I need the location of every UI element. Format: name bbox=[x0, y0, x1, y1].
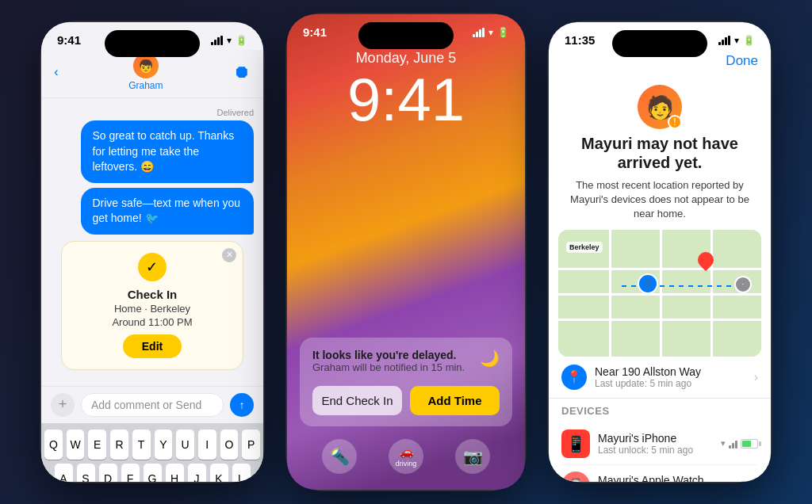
contact-info: 👦 Graham bbox=[128, 53, 163, 91]
status-time-3: 11:35 bbox=[565, 33, 595, 47]
dynamic-island-3 bbox=[612, 30, 707, 57]
flashlight-icon[interactable]: 🔦 bbox=[322, 439, 357, 474]
device1-battery: ▾ bbox=[721, 438, 758, 449]
key-l[interactable]: L bbox=[232, 464, 251, 482]
key-o[interactable]: O bbox=[220, 430, 239, 460]
wifi-icon-3: ▾ bbox=[734, 35, 739, 46]
back-button[interactable]: ‹ bbox=[54, 64, 59, 80]
add-time-button[interactable]: Add Time bbox=[410, 386, 500, 415]
status-time-2: 9:41 bbox=[303, 25, 327, 39]
phone-lockscreen: 9:41 ▾ 🔋 Monday, June 5 9:41 It looks li… bbox=[287, 14, 525, 490]
message-bubble-sent-1: So great to catch up. Thanks for letting… bbox=[81, 120, 254, 183]
phone-messages: 9:41 ▾ 🔋 ‹ 👦 Graham ⏺ Delive bbox=[41, 22, 263, 482]
status-icons-3: ▾ 🔋 bbox=[718, 35, 755, 46]
key-u[interactable]: U bbox=[176, 430, 194, 460]
key-p[interactable]: P bbox=[242, 430, 260, 460]
phone1-screen: 9:41 ▾ 🔋 ‹ 👦 Graham ⏺ Delive bbox=[41, 22, 263, 482]
key-g[interactable]: G bbox=[144, 464, 162, 482]
key-t[interactable]: T bbox=[132, 430, 151, 460]
notification-card: It looks like you're delayed. Graham wil… bbox=[300, 338, 512, 426]
phone2-screen: 9:41 ▾ 🔋 Monday, June 5 9:41 It looks li… bbox=[287, 14, 525, 490]
send-button[interactable]: ↑ bbox=[230, 393, 254, 417]
map-road bbox=[660, 230, 662, 357]
add-attachment-button[interactable]: + bbox=[51, 393, 75, 417]
key-s[interactable]: S bbox=[77, 464, 95, 482]
checkin-title: Check In bbox=[73, 288, 232, 301]
battery-indicator bbox=[741, 439, 758, 449]
checkin-close-button[interactable]: ✕ bbox=[222, 248, 236, 262]
key-w[interactable]: W bbox=[67, 430, 85, 460]
device2-info: Mayuri's Apple Watch Last update... bbox=[598, 474, 704, 482]
map-user-pin: 👤 bbox=[638, 273, 658, 294]
location-icon: 📍 bbox=[561, 365, 587, 390]
contact-name[interactable]: Graham bbox=[128, 80, 163, 91]
location-row[interactable]: 📍 Near 190 Allston Way Last update: 5 mi… bbox=[549, 357, 771, 399]
device1-info: Mayuri's iPhone Last unlock: 5 min ago bbox=[598, 432, 693, 456]
key-a[interactable]: A bbox=[55, 464, 73, 482]
status-time-1: 9:41 bbox=[57, 33, 81, 47]
signal-icon bbox=[211, 36, 223, 45]
location-text: Near 190 Allston Way Last update: 5 min … bbox=[595, 365, 701, 389]
key-q[interactable]: Q bbox=[44, 430, 63, 460]
checkin-location: Home · Berkeley bbox=[73, 303, 232, 315]
key-e[interactable]: E bbox=[88, 430, 106, 460]
message-input-row: + Add comment or Send ↑ bbox=[41, 386, 263, 423]
key-f[interactable]: F bbox=[121, 464, 140, 482]
edit-button[interactable]: Edit bbox=[123, 334, 182, 358]
keyboard-row-1: Q W E R T Y U I O P bbox=[44, 430, 260, 460]
device-row-watch: ⌚ Mayuri's Apple Watch Last update... bbox=[561, 465, 758, 482]
video-call-button[interactable]: ⏺ bbox=[233, 62, 251, 82]
status-icons-2: ▾ 🔋 bbox=[473, 27, 509, 38]
phone3-screen: 11:35 ▾ 🔋 Done 🧑 ! Mayuri may not bbox=[549, 22, 771, 482]
camera-icon[interactable]: 📷 bbox=[455, 439, 490, 474]
map-grid: Berkeley 👤 · bbox=[558, 230, 761, 357]
map-road bbox=[609, 230, 611, 357]
key-i[interactable]: I bbox=[198, 430, 216, 460]
key-h[interactable]: H bbox=[166, 464, 184, 482]
wifi-icon-2: ▾ bbox=[488, 27, 493, 38]
dynamic-island-1 bbox=[105, 30, 200, 57]
alert-desc: The most recent location reported by May… bbox=[561, 178, 758, 222]
key-k[interactable]: K bbox=[210, 464, 228, 482]
status-icons-1: ▾ 🔋 bbox=[211, 35, 247, 46]
key-r[interactable]: R bbox=[110, 430, 128, 460]
message-input[interactable]: Add comment or Send bbox=[81, 393, 224, 417]
battery-indicator-2 bbox=[741, 481, 758, 482]
chevron-right-icon: › bbox=[754, 370, 758, 384]
end-checkin-button[interactable]: End Check In bbox=[312, 386, 402, 415]
signal-bars-device1 bbox=[729, 439, 737, 449]
lock-dock: 🔦 🚗 driving 📷 bbox=[287, 439, 525, 474]
map-road bbox=[710, 230, 713, 357]
phone-findmy: 11:35 ▾ 🔋 Done 🧑 ! Mayuri may not bbox=[549, 22, 771, 482]
key-y[interactable]: Y bbox=[155, 430, 173, 460]
devices-section: DEVICES 📱 Mayuri's iPhone Last unlock: 5… bbox=[549, 399, 771, 482]
device2-name: Mayuri's Apple Watch bbox=[598, 474, 704, 482]
wifi-status: ▾ bbox=[721, 438, 726, 449]
keyboard-row-2: A S D F G H J K L bbox=[44, 464, 260, 482]
done-button[interactable]: Done bbox=[726, 53, 758, 69]
checkin-check-icon: ✓ bbox=[138, 253, 167, 281]
key-j[interactable]: J bbox=[188, 464, 206, 482]
battery-icon-2: 🔋 bbox=[497, 27, 509, 38]
driving-icon[interactable]: 🚗 driving bbox=[389, 439, 423, 474]
battery-fill bbox=[742, 441, 751, 447]
checkin-card: ✕ ✓ Check In Home · Berkeley Around 11:0… bbox=[61, 241, 243, 370]
notif-top: It looks like you're delayed. Graham wil… bbox=[312, 349, 500, 383]
map-dot: · bbox=[734, 276, 752, 293]
device2-battery bbox=[741, 481, 758, 482]
alert-badge: ! bbox=[668, 115, 682, 129]
location-name: Near 190 Allston Way bbox=[595, 365, 701, 378]
messages-header: ‹ 👦 Graham ⏺ bbox=[41, 50, 263, 98]
lock-time: 9:41 bbox=[287, 70, 525, 154]
checkin-time: Around 11:00 PM bbox=[73, 316, 232, 328]
battery-icon: 🔋 bbox=[236, 35, 247, 46]
alert-avatar: 🧑 ! bbox=[638, 85, 682, 129]
notif-buttons: End Check In Add Time bbox=[312, 386, 500, 415]
battery-icon-3: 🔋 bbox=[743, 35, 755, 46]
map-container: Berkeley 👤 · bbox=[558, 230, 761, 357]
device1-name: Mayuri's iPhone bbox=[598, 432, 693, 445]
key-d[interactable]: D bbox=[99, 464, 117, 482]
notif-moon-icon: 🌙 bbox=[480, 349, 500, 368]
wifi-icon: ▾ bbox=[227, 35, 232, 46]
signal-icon-3 bbox=[718, 36, 730, 45]
